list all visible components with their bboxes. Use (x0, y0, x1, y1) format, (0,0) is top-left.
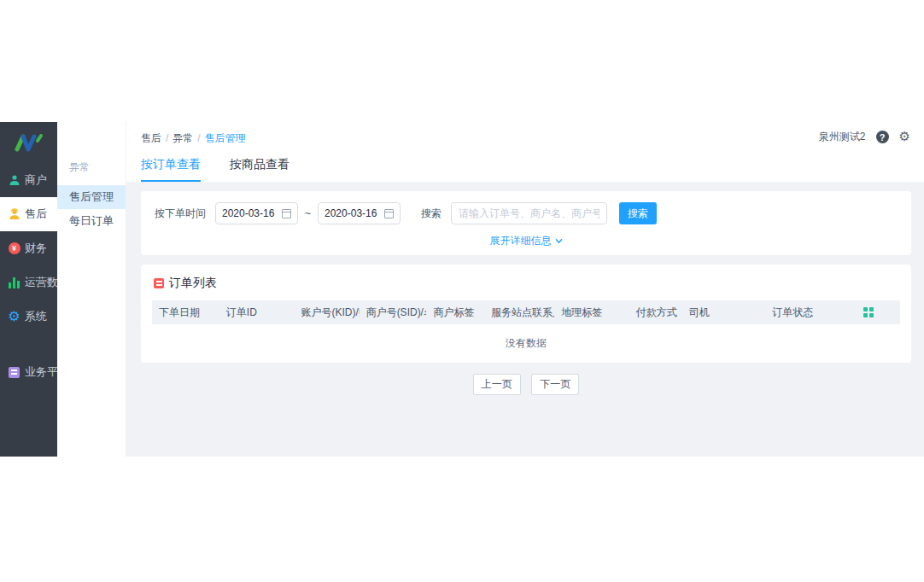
sidebar-item-business-platform[interactable]: 业务平台 (0, 355, 57, 389)
column-settings-icon[interactable] (863, 307, 893, 317)
prev-page-button[interactable]: 上一页 (473, 374, 521, 395)
order-date-label: 按下单时间 (155, 207, 206, 221)
breadcrumb-separator: / (197, 132, 200, 144)
tab-view-by-order[interactable]: 按订单查看 (141, 157, 201, 182)
empty-row: 没有数据 (152, 324, 900, 363)
sidebar-item-system[interactable]: ⚙ 系统 (0, 300, 57, 334)
col-order-status: 订单状态 (765, 300, 857, 324)
calendar-icon (384, 209, 394, 218)
brand-logo-icon[interactable] (0, 122, 57, 163)
app-window: 商户 售后 ¥ 财务 运营数据 ⚙ 系统 业务平台 异常 售后管理 每日订单 (0, 122, 924, 457)
chevron-down-icon (555, 237, 563, 245)
date-from-input[interactable]: 2020-03-16 (215, 202, 298, 224)
chart-bars-icon (8, 276, 20, 289)
col-service-contact: 服务站点联系人 (484, 300, 554, 324)
table-header-row: 下单日期 订单ID 账户号(KID)/账号 商户号(SID)/名称 商户标签 服… (152, 300, 900, 324)
empty-state-text: 没有数据 (152, 324, 900, 363)
sidebar-item-label: 财务 (25, 241, 47, 256)
brand-logo-icon (14, 133, 44, 152)
list-icon (154, 278, 164, 288)
breadcrumb: 售后/异常/售后管理 (141, 131, 910, 146)
col-order-date: 下单日期 (152, 300, 219, 324)
search-label: 搜索 (421, 207, 442, 221)
col-settings-header (857, 300, 900, 324)
next-page-button[interactable]: 下一页 (531, 374, 579, 395)
secondary-sidebar: 异常 售后管理 每日订单 (57, 122, 126, 457)
main-header: 售后/异常/售后管理 泉州测试2 ? ⚙ 按订单查看 按商品查看 (126, 122, 924, 182)
view-tabs: 按订单查看 按商品查看 (141, 157, 910, 182)
search-input[interactable] (451, 202, 607, 224)
col-geo-tag: 地理标签 (554, 300, 629, 324)
date-to-input[interactable]: 2020-03-16 (318, 202, 401, 224)
account-area: 泉州测试2 ? ⚙ (819, 130, 910, 144)
col-merchant-tag: 商户标签 (426, 300, 483, 324)
col-merchant-sid: 商户号(SID)/名称 (360, 300, 427, 324)
pagination: 上一页 下一页 (141, 374, 911, 395)
date-from-value: 2020-03-16 (222, 207, 274, 219)
merchant-person-icon (8, 174, 20, 187)
tab-view-by-product[interactable]: 按商品查看 (230, 157, 289, 182)
submenu-item-daily-orders[interactable]: 每日订单 (57, 209, 126, 233)
account-name[interactable]: 泉州测试2 (819, 130, 866, 144)
filter-row: 按下单时间 2020-03-16 ~ 2020-03-16 搜索 搜索 (155, 202, 898, 224)
content-area: 按下单时间 2020-03-16 ~ 2020-03-16 搜索 搜索 (126, 182, 924, 457)
breadcrumb-item[interactable]: 异常 (173, 132, 193, 144)
sidebar-item-merchant[interactable]: 商户 (0, 163, 57, 197)
breadcrumb-separator: / (166, 132, 168, 144)
sidebar-item-finance[interactable]: ¥ 财务 (0, 231, 57, 265)
table-title: 订单列表 (169, 276, 217, 291)
col-account-kid: 账户号(KID)/账号 (294, 300, 359, 324)
sidebar-item-label: 系统 (25, 309, 47, 324)
date-to-value: 2020-03-16 (325, 207, 377, 219)
aftersales-headset-icon (8, 208, 20, 221)
sidebar-item-operations-data[interactable]: 运营数据 (0, 265, 57, 300)
col-order-id: 订单ID (219, 300, 295, 324)
filter-card: 按下单时间 2020-03-16 ~ 2020-03-16 搜索 搜索 (141, 191, 911, 255)
expand-details-label: 展开详细信息 (490, 234, 552, 248)
sidebar-item-aftersales[interactable]: 售后 (0, 197, 57, 231)
breadcrumb-item-current: 售后管理 (205, 132, 246, 144)
submenu-item-aftersales-management[interactable]: 售后管理 (57, 185, 126, 209)
expand-details-link[interactable]: 展开详细信息 (490, 234, 563, 248)
submenu-group-label: 异常 (57, 160, 126, 185)
breadcrumb-item[interactable]: 售后 (141, 132, 161, 144)
table-title-row: 订单列表 (152, 274, 900, 300)
sidebar-item-label: 售后 (25, 207, 47, 222)
business-platform-icon (8, 366, 20, 379)
main-area: 售后/异常/售后管理 泉州测试2 ? ⚙ 按订单查看 按商品查看 按下单时间 2… (126, 122, 924, 457)
orders-table: 下单日期 订单ID 账户号(KID)/账号 商户号(SID)/名称 商户标签 服… (152, 300, 900, 363)
expand-row: 展开详细信息 (155, 232, 898, 248)
system-gear-icon: ⚙ (8, 311, 20, 323)
help-icon[interactable]: ? (876, 131, 889, 143)
finance-yen-icon: ¥ (8, 242, 20, 255)
sidebar-item-label: 商户 (25, 172, 47, 188)
calendar-icon (282, 209, 291, 218)
col-payment-method: 付款方式 (629, 300, 682, 324)
col-driver: 司机 (682, 300, 765, 324)
primary-sidebar: 商户 售后 ¥ 财务 运营数据 ⚙ 系统 业务平台 (0, 122, 57, 457)
order-list-card: 订单列表 下单日期 订单ID 账户号(KID)/账号 商户号(SID)/名称 (141, 265, 911, 363)
settings-gear-icon[interactable]: ⚙ (899, 131, 910, 143)
date-range-separator: ~ (305, 207, 311, 219)
search-button[interactable]: 搜索 (619, 202, 657, 224)
